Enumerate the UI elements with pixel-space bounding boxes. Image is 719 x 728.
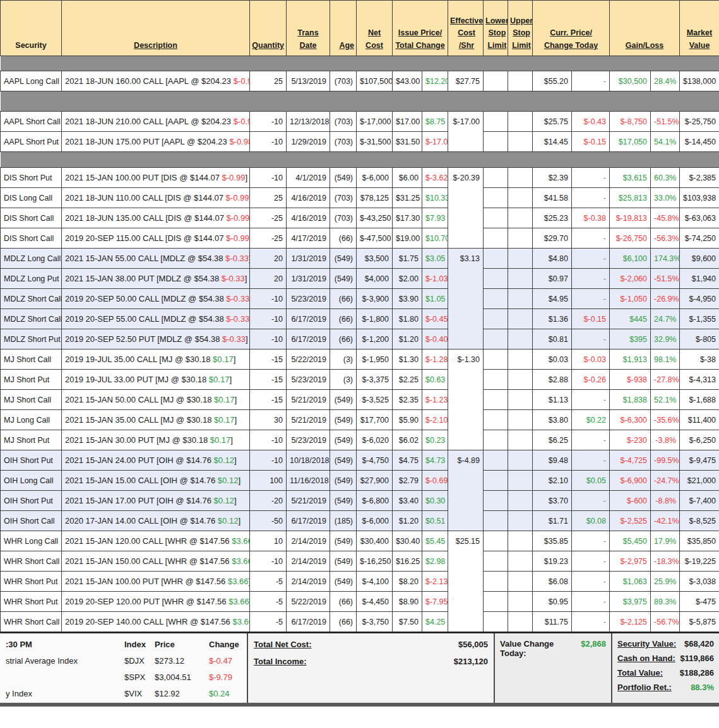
cell-security: WHR Long Call — [1, 531, 62, 551]
cell-upper-stop-limit — [508, 329, 533, 349]
cell-quantity: -10 — [250, 551, 287, 572]
cell-trans-date: 5/21/2019 — [287, 410, 330, 430]
cell-curr-price: $1.13 — [533, 390, 572, 410]
cell-net-cost: $27,900 — [357, 471, 393, 491]
cell-gain: $-19,813 — [610, 208, 651, 228]
cell-gain: $-2,975 — [610, 551, 651, 572]
total-net-cost-label[interactable]: Total Net Cost: — [254, 640, 311, 649]
total-value-label[interactable]: Total Value: — [617, 668, 663, 678]
cell-trans-date: 2/14/2019 — [287, 572, 330, 592]
cell-issue-price: $7.50 — [393, 612, 422, 632]
col-lower-stop[interactable]: Lower Stop Limit — [484, 1, 508, 56]
cell-curr-price: $9.48 — [533, 450, 572, 471]
col-net-cost[interactable]: Net Cost — [357, 1, 393, 56]
cell-issue-price: $4.75 — [393, 450, 422, 471]
col-description[interactable]: Description — [62, 1, 250, 56]
cell-lower-stop-limit — [484, 592, 508, 612]
cell-trans-date: 2/14/2019 — [287, 531, 330, 551]
underlying-change: $3.66 — [229, 597, 249, 606]
cell-gain: $1,063 — [610, 572, 651, 592]
cell-curr-price: $4.80 — [533, 249, 572, 269]
cell-gain: $3,975 — [610, 592, 651, 612]
group-separator-band — [1, 91, 719, 112]
cell-lower-stop-limit — [484, 511, 508, 531]
cell-gain-pct: 33.0% — [651, 188, 680, 208]
col-issue-price-total-change[interactable]: Issue Price/ Total Change — [393, 1, 448, 56]
position-row: DIS Long Call2021 18-JUN 110.00 CALL [DI… — [1, 188, 719, 208]
cell-market-value: $1,940 — [680, 269, 719, 289]
col-upper-stop[interactable]: Upper Stop Limit — [508, 1, 533, 56]
cell-trans-date: 1/31/2019 — [287, 249, 330, 269]
cell-market-value: $-8,525 — [680, 511, 719, 531]
cell-net-cost: $-3,525 — [357, 390, 393, 410]
underlying-change: $0.12 — [218, 516, 239, 525]
cell-lower-stop-limit — [484, 491, 508, 511]
description-bracket: ] — [245, 274, 247, 283]
col-market-value[interactable]: Market Value — [680, 1, 719, 56]
cell-net-cost: $-3,750 — [357, 612, 393, 632]
cell-curr-price: $0.97 — [533, 269, 572, 289]
cell-change-today: $0.08 — [572, 511, 610, 531]
cell-upper-stop-limit — [508, 491, 533, 511]
cell-net-cost: $-1,950 — [357, 349, 393, 370]
cell-change-today: - — [572, 289, 610, 309]
cell-change-today: - — [572, 71, 610, 91]
col-effective-cost[interactable]: Effective Cost /Shr — [448, 1, 484, 56]
cell-effective-cost: $3.13 — [448, 249, 484, 349]
position-row: MJ Short Put2021 15-JAN 30.00 PUT [MJ @ … — [1, 430, 719, 450]
cell-market-value: $-6,250 — [680, 430, 719, 450]
cell-issue-price: $17.30 — [393, 208, 422, 228]
cell-net-cost: $-3,900 — [357, 289, 393, 309]
col-gain-loss[interactable]: Gain/Loss — [610, 1, 680, 56]
portfolio-return-label[interactable]: Portfolio Ret.: — [617, 683, 672, 692]
total-income-label[interactable]: Total Income: — [254, 657, 307, 666]
cell-issue-price: $30.40 — [393, 531, 422, 551]
col-age[interactable]: Age — [330, 1, 357, 56]
cell-issue-price: $2.35 — [393, 390, 422, 410]
cash-on-hand-label[interactable]: Cash on Hand: — [617, 654, 675, 663]
description-text: 2021 15-JAN 35.00 CALL [MJ @ $30.18 — [65, 415, 211, 425]
cell-upper-stop-limit — [508, 410, 533, 430]
cell-net-cost: $4,000 — [357, 269, 393, 289]
cell-age: (185) — [330, 511, 357, 531]
cell-total-change: $12.20 — [422, 71, 448, 91]
cell-quantity: -10 — [250, 112, 287, 132]
cell-total-change: $-1.23 — [422, 390, 448, 410]
cell-security: WHR Short Put — [1, 572, 62, 592]
security-value-label[interactable]: Security Value: — [617, 639, 676, 649]
cell-description: 2019 19-JUL 33.00 PUT [MJ @ $30.18 $0.17… — [62, 370, 250, 390]
cell-upper-stop-limit — [508, 551, 533, 572]
cell-gain-pct: -99.5% — [651, 450, 680, 471]
cell-net-cost: $-47,500 — [357, 228, 393, 249]
position-row: MDLZ Short Call2019 20-SEP 55.00 CALL [M… — [1, 309, 719, 329]
cell-total-change: $-2.10 — [422, 410, 448, 430]
index-name: y Index — [6, 689, 124, 698]
position-row: MJ Short Call2021 15-JAN 50.00 CALL [MJ … — [1, 390, 719, 410]
col-quantity[interactable]: Quantity — [250, 1, 287, 56]
cell-upper-stop-limit — [508, 390, 533, 410]
cell-description: 2021 15-JAN 100.00 PUT [WHR @ $147.56 $3… — [62, 572, 250, 592]
cell-lower-stop-limit — [484, 612, 508, 632]
cell-trans-date: 12/13/2018 — [287, 112, 330, 132]
cell-security: DIS Short Call — [1, 228, 62, 249]
underlying-change: $-0.99 — [226, 233, 249, 243]
col-trans-date[interactable]: Trans Date — [287, 1, 330, 56]
cell-gain-pct: 24.7% — [651, 309, 680, 329]
cell-age: (549) — [330, 168, 357, 188]
cell-curr-price: $41.58 — [533, 188, 572, 208]
cell-security: AAPL Short Put — [1, 132, 62, 152]
window-bottom-edge — [0, 703, 719, 707]
index-col-header: Index — [124, 640, 155, 649]
cell-lower-stop-limit — [484, 71, 508, 91]
underlying-change: $-0.99 — [222, 173, 246, 182]
position-row: AAPL Short Put2021 18-JUN 175.00 PUT [AA… — [1, 132, 719, 152]
cell-upper-stop-limit — [508, 71, 533, 91]
cell-age: (66) — [330, 592, 357, 612]
cell-market-value: $11,400 — [680, 410, 719, 430]
cell-age: (66) — [330, 612, 357, 632]
cell-gain-pct: -18.3% — [651, 551, 680, 572]
cell-total-change: $8.75 — [422, 112, 448, 132]
cell-description: 2021 18-JUN 160.00 CALL [AAPL @ $204.23 … — [62, 71, 250, 91]
header-row: Security Description Quantity Trans Date… — [1, 1, 719, 56]
col-curr-price-change-today[interactable]: Curr. Price/ Change Today — [533, 1, 610, 56]
